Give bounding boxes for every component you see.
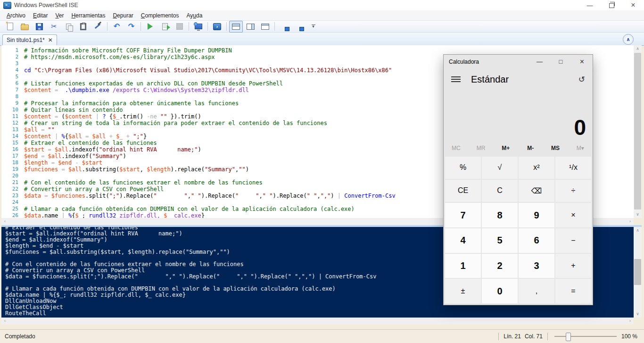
clear-entry-key[interactable]: CE: [445, 180, 481, 202]
scroll-up-icon[interactable]: ∧: [634, 45, 642, 52]
redo-button[interactable]: ↷: [124, 21, 138, 33]
editor-line[interactable]: 2# https://msdn.microsoft.com/es-es/libr…: [1, 54, 396, 60]
seven-key[interactable]: 7: [445, 203, 481, 227]
reciprocal-key[interactable]: ¹/x: [555, 157, 591, 179]
calculator-minimize-button[interactable]: —: [529, 55, 550, 68]
editor-line[interactable]: 26$data.name | %{$_; rundll32 zipfldr.dl…: [1, 212, 396, 218]
nine-key[interactable]: 9: [519, 203, 554, 227]
square-key[interactable]: x²: [519, 157, 554, 179]
sqrt-key[interactable]: √: [482, 157, 518, 179]
editor-vscroll-thumb[interactable]: [634, 53, 641, 209]
open-script-button[interactable]: [18, 21, 32, 33]
editor-line[interactable]: 25# Llamar a cada función obtenida con D…: [1, 206, 396, 212]
memory-subtract-button[interactable]: M-: [518, 145, 543, 151]
tab-close-icon[interactable]: ✕: [48, 37, 53, 43]
calculator-close-button[interactable]: ×: [571, 55, 593, 68]
editor-line[interactable]: 23$data = $funciones.split(";").Replace(…: [1, 192, 396, 199]
menu-item-complementos[interactable]: Complementos: [137, 11, 183, 20]
history-icon[interactable]: ↺: [578, 75, 585, 84]
editor-line[interactable]: 9# Procesar la información para obtener …: [1, 100, 396, 107]
script-pane-collapse-button[interactable]: ∧: [623, 34, 634, 45]
editor-line[interactable]: 11$content = ($content | ? {$_.trim() -n…: [1, 113, 396, 120]
minimize-button[interactable]: —: [579, 0, 601, 10]
script-tab[interactable]: Sin título1.ps1* ✕: [2, 34, 57, 45]
eight-key[interactable]: 8: [482, 203, 518, 227]
editor-line[interactable]: 8: [1, 93, 396, 100]
clear-key[interactable]: C: [482, 180, 518, 202]
menu-item-editar[interactable]: Editar: [29, 11, 51, 20]
console-vertical-scrollbar[interactable]: ∧ ∨: [634, 227, 642, 318]
subtract-key[interactable]: −: [555, 228, 591, 253]
editor-line[interactable]: 4cd "C:\Program Files (x86)\Microsoft Vi…: [1, 67, 396, 74]
editor-line[interactable]: 7$content = .\dumpbin.exe /exports C:\Wi…: [1, 87, 396, 93]
script-pane-right-button[interactable]: [244, 21, 257, 33]
two-key[interactable]: 2: [482, 254, 518, 278]
scroll-left-icon[interactable]: ‹: [1, 318, 8, 325]
menu-item-depurar[interactable]: Depurar: [109, 11, 137, 20]
six-key[interactable]: 6: [519, 228, 554, 253]
zero-key[interactable]: 0: [482, 279, 518, 303]
editor-line[interactable]: 13$all = "": [1, 126, 396, 133]
five-key[interactable]: 5: [482, 228, 518, 253]
editor-line[interactable]: 15# Extraer el contenido de las funcione…: [1, 140, 396, 146]
editor-line[interactable]: 12# Crear un string de toda la informaci…: [1, 120, 396, 126]
editor-line[interactable]: 5: [1, 74, 396, 80]
menu-item-archivo[interactable]: Archivo: [3, 11, 29, 20]
hamburger-menu-icon[interactable]: [451, 76, 461, 83]
menu-item-herramientas[interactable]: Herramientas: [67, 11, 109, 20]
restore-button[interactable]: [601, 0, 622, 10]
scroll-right-icon[interactable]: ›: [627, 218, 634, 225]
close-button[interactable]: ×: [622, 0, 644, 10]
editor-line[interactable]: 6# Listar funciones exportadas de un arc…: [1, 80, 396, 87]
negate-key[interactable]: ±: [445, 279, 481, 303]
divide-key[interactable]: ÷: [555, 180, 591, 202]
memory-store-button[interactable]: MS: [543, 145, 568, 151]
percent-key[interactable]: %: [445, 157, 481, 179]
run-script-button[interactable]: [143, 21, 157, 33]
backspace-key[interactable]: ⌫: [519, 180, 554, 202]
scroll-left-icon[interactable]: ‹: [1, 218, 8, 225]
scroll-down-icon[interactable]: ∨: [634, 310, 642, 318]
scroll-right-icon[interactable]: ›: [627, 318, 634, 325]
cut-button[interactable]: ✂: [47, 21, 61, 33]
one-key[interactable]: 1: [445, 254, 481, 278]
decimal-key[interactable]: ,: [519, 279, 554, 303]
editor-line[interactable]: 24: [1, 199, 396, 206]
show-console-pane-button[interactable]: [277, 21, 291, 33]
menu-item-ayuda[interactable]: Ayuda: [183, 11, 206, 20]
start-powershell-button[interactable]: ›: [210, 21, 224, 33]
editor-line[interactable]: 16$start = $all.indexof("ordinal hint RV…: [1, 146, 396, 153]
editor-line[interactable]: 22# Convertir un array a CSV con PowerSh…: [1, 186, 396, 192]
editor-line[interactable]: 18$length = $end - $start: [1, 159, 396, 166]
editor-line[interactable]: 20: [1, 173, 396, 179]
undo-button[interactable]: ↶: [110, 21, 124, 33]
toolbar-overflow-button[interactable]: ▾: [306, 21, 320, 33]
new-script-button[interactable]: [3, 21, 17, 33]
paste-button[interactable]: [76, 21, 90, 33]
memory-add-button[interactable]: M+: [493, 145, 518, 151]
save-button[interactable]: [33, 21, 46, 33]
editor-vertical-scrollbar[interactable]: ∧ ∨: [634, 45, 642, 218]
scroll-up-icon[interactable]: ∧: [634, 227, 642, 234]
scroll-down-icon[interactable]: ∨: [634, 211, 642, 218]
clear-console-button[interactable]: [91, 21, 105, 33]
editor-line[interactable]: 10# Quitar líneas sin contenido: [1, 107, 396, 113]
new-remote-powershell-tab-button[interactable]: [191, 21, 205, 33]
editor-line[interactable]: 1# Información sobre Microsoft COFF Bina…: [1, 47, 396, 54]
show-script-pane-button[interactable]: [292, 21, 305, 33]
calculator-maximize-button[interactable]: □: [550, 55, 571, 68]
zoom-slider-thumb[interactable]: [566, 333, 571, 341]
three-key[interactable]: 3: [519, 254, 554, 278]
console-vscroll-thumb[interactable]: [634, 259, 641, 285]
menu-item-ver[interactable]: Ver: [51, 11, 67, 20]
four-key[interactable]: 4: [445, 228, 481, 253]
editor-line[interactable]: 14$content | %{$all = $all + $_ + ";"}: [1, 133, 396, 140]
add-key[interactable]: +: [555, 254, 591, 278]
editor-line[interactable]: 19$funciones = $all.substring($start, $l…: [1, 166, 396, 173]
script-pane-top-button[interactable]: [229, 21, 243, 33]
zoom-slider[interactable]: [554, 332, 617, 341]
copy-button[interactable]: [62, 21, 75, 33]
editor-line[interactable]: 3: [1, 60, 396, 67]
equals-key[interactable]: =: [555, 279, 591, 303]
multiply-key[interactable]: ×: [555, 203, 591, 227]
